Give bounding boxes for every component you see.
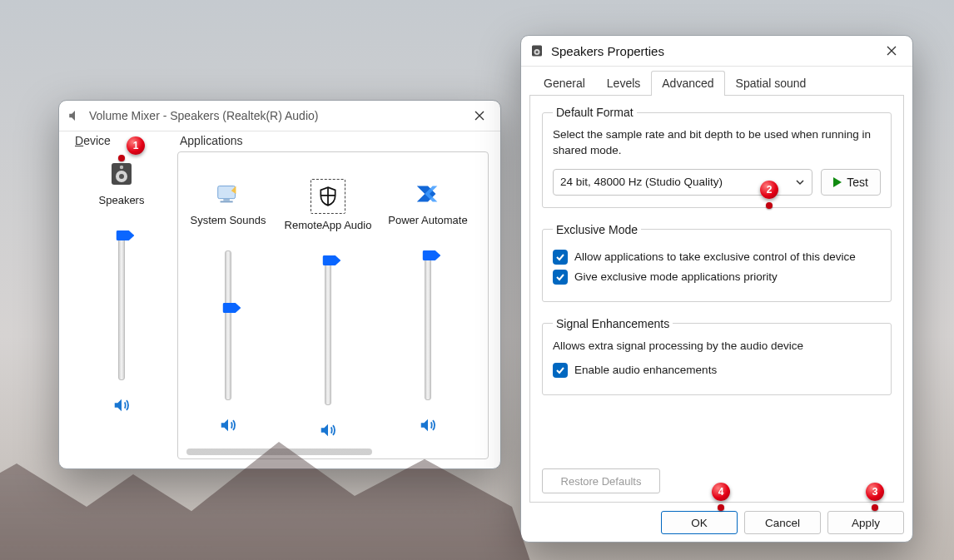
volume-mixer-window: Volume Mixer - Speakers (Realtek(R) Audi… (58, 100, 501, 469)
slider-thumb[interactable] (222, 303, 241, 313)
app-volume-slider[interactable] (418, 250, 438, 400)
device-volume-slider[interactable] (112, 230, 132, 380)
mixer-titlebar[interactable]: Volume Mixer - Speakers (Realtek(R) Audi… (59, 101, 500, 131)
device-panel: Device Speakers (71, 131, 171, 459)
tab-general[interactable]: General (533, 71, 596, 96)
exclusive-mode-group: Exclusive Mode Allow applications to tak… (542, 223, 892, 302)
default-format-hint: Select the sample rate and bit depth to … (553, 127, 881, 159)
speaker-device-icon[interactable] (107, 159, 137, 189)
checkbox-checked-icon (553, 250, 568, 265)
test-button[interactable]: Test (821, 169, 881, 196)
app-label: System Sounds (188, 214, 267, 242)
applications-panel: Applications System Sounds (177, 151, 489, 459)
svg-point-2 (119, 174, 124, 179)
slider-thumb[interactable] (322, 255, 340, 265)
mixer-body: Device Speakers (59, 131, 500, 469)
dialog-button-row: OK Cancel Apply (529, 503, 904, 534)
device-section-label: Device (75, 134, 111, 147)
speakers-properties-window: Speakers Properties General Levels Advan… (520, 35, 913, 543)
svg-rect-5 (223, 199, 230, 201)
annotation-1: 1 (127, 136, 145, 155)
mixer-title: Volume Mixer - Speakers (Realtek(R) Audi… (89, 109, 465, 122)
mixer-close-button[interactable] (465, 104, 494, 127)
enable-enhancements-checkbox[interactable]: Enable audio enhancements (553, 363, 881, 378)
cancel-button[interactable]: Cancel (744, 511, 821, 534)
checkbox-checked-icon (553, 363, 568, 378)
exclusive-priority-checkbox[interactable]: Give exclusive mode applications priorit… (553, 270, 881, 285)
app-column-power-automate: Power Automate (378, 172, 478, 458)
signal-enhancements-hint: Allows extra signal processing by the au… (553, 339, 881, 354)
slider-thumb[interactable] (422, 250, 440, 260)
device-mute-button[interactable] (110, 395, 133, 415)
shield-icon[interactable] (311, 179, 345, 214)
exclusive-mode-legend: Exclusive Mode (553, 223, 641, 236)
desktop: Volume Mixer - Speakers (Realtek(R) Audi… (0, 0, 954, 560)
device-label: Speakers (97, 194, 147, 222)
advanced-tab-panel: Default Format Select the sample rate an… (529, 96, 904, 503)
chevron-down-icon (795, 177, 805, 187)
default-format-group: Default Format Select the sample rate an… (542, 106, 892, 208)
app-label: Power Automate (386, 214, 469, 242)
sample-format-value: 24 bit, 48000 Hz (Studio Quality) (560, 176, 723, 188)
props-titlebar[interactable]: Speakers Properties (521, 36, 912, 67)
slider-thumb[interactable] (116, 230, 134, 240)
app-volume-slider[interactable] (318, 255, 338, 405)
app-mute-button[interactable] (216, 415, 240, 435)
device-column: Speakers (72, 152, 171, 415)
app-volume-slider[interactable] (218, 250, 238, 400)
annotation-2: 2 (760, 181, 778, 199)
app-mute-button[interactable] (316, 420, 340, 440)
checkbox-checked-icon (553, 270, 568, 285)
signal-enhancements-legend: Signal Enhancements (553, 317, 673, 330)
svg-point-9 (536, 51, 539, 53)
apply-button[interactable]: Apply (827, 511, 904, 534)
signal-enhancements-group: Signal Enhancements Allows extra signal … (542, 317, 892, 395)
app-mute-button[interactable] (416, 415, 440, 435)
props-close-button[interactable] (877, 39, 906, 62)
ok-button[interactable]: OK (661, 511, 738, 534)
annotation-3: 3 (866, 483, 884, 501)
power-automate-icon[interactable] (413, 179, 443, 209)
tab-advanced[interactable]: Advanced (651, 71, 724, 96)
app-column-remoteapp: RemoteApp Audio (278, 172, 378, 458)
restore-defaults-button[interactable]: Restore Defaults (542, 468, 660, 493)
svg-point-3 (120, 166, 123, 169)
annotation-4: 4 (712, 483, 730, 501)
tab-levels[interactable]: Levels (596, 71, 651, 96)
props-tabs: General Levels Advanced Spatial sound (529, 70, 904, 96)
props-body: General Levels Advanced Spatial sound De… (521, 67, 912, 543)
svg-rect-4 (218, 186, 236, 199)
play-icon (833, 177, 842, 187)
speaker-icon (67, 108, 82, 123)
default-format-legend: Default Format (553, 106, 637, 119)
svg-rect-6 (221, 201, 233, 203)
props-title: Speakers Properties (551, 44, 877, 58)
speaker-device-icon (529, 43, 544, 58)
applications-section-label: Applications (180, 134, 243, 147)
app-column-system-sounds: System Sounds (178, 172, 278, 458)
tab-spatial-sound[interactable]: Spatial sound (725, 71, 817, 96)
allow-exclusive-checkbox[interactable]: Allow applications to take exclusive con… (553, 250, 881, 265)
system-sounds-icon[interactable] (213, 179, 243, 209)
app-label: RemoteApp Audio (283, 219, 374, 247)
